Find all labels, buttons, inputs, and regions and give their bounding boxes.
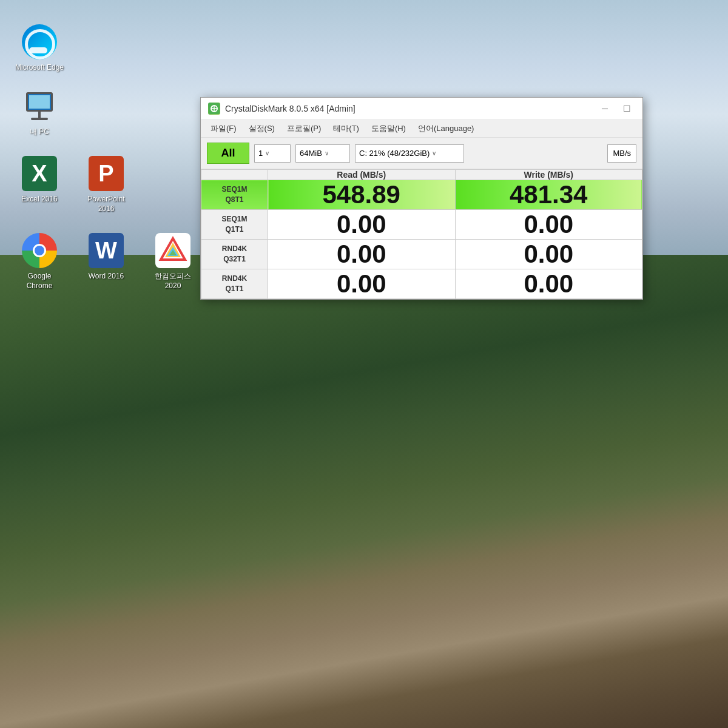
table-row: SEQ1MQ1T1 0.00 0.00 [201,210,642,240]
cdm-title-text: CrystalDiskMark 8.0.5 x64 [Admin] [225,104,356,113]
cdm-window-controls: ─ ☐ [596,103,635,115]
apps-icons-row: Google Chrome W Word 2016 한컴오피스 2020 [12,233,200,292]
powerpoint-app-icon: P [89,156,124,191]
word-app-icon: W [89,233,124,268]
menu-file[interactable]: 파일(F) [206,121,241,136]
count-dropdown[interactable]: 1 ∨ [254,144,291,163]
terrain-layer [0,255,728,728]
unit-box: MB/s [607,144,636,163]
excel-icon-item[interactable]: X Excel 2016 [12,156,67,206]
office-icons-row: X Excel 2016 P PowerPoint 2016 [12,156,200,215]
table-row: SEQ1MQ8T1 548.89 481.34 [201,180,642,210]
table-header-row: Read (MB/s) Write (MB/s) [201,170,642,180]
chrome-icon-label: Google Chrome [12,271,67,292]
pc-stand [38,112,41,118]
unit-value: MB/s [613,149,631,158]
edge-icon-label: Microsoft Edge [13,62,66,74]
minimize-button[interactable]: ─ [596,103,613,115]
cdm-menubar: 파일(F) 설정(S) 프로필(P) 테마(T) 도움말(H) 언어(Langu… [201,120,642,138]
col-label-header [201,170,268,180]
size-value: 64MiB [300,149,322,158]
powerpoint-icon-item[interactable]: P PowerPoint 2016 [79,156,133,215]
chrome-icon-item[interactable]: Google Chrome [12,233,67,292]
row-label-seq1m-q8t1: SEQ1MQ8T1 [201,180,268,210]
cdm-data-area: Read (MB/s) Write (MB/s) SEQ1MQ8T1 548.8… [201,169,642,299]
this-pc-icon-label: 내 PC [27,126,52,138]
cdm-toolbar: All 1 ∨ 64MiB ∨ C: 21% (48/232GiB) ∨ MB/… [201,138,642,169]
read-value-seq1m-q1t1: 0.00 [268,210,456,240]
drive-value: C: 21% (48/232GiB) [359,149,430,158]
table-body: SEQ1MQ8T1 548.89 481.34 SEQ1MQ1T1 0.00 0… [201,180,642,299]
edge-app-icon [22,24,57,59]
write-value-rnd4k-q1t1: 0.00 [455,269,642,299]
pc-base [31,118,48,120]
edge-icon-item[interactable]: Microsoft Edge [12,24,67,74]
size-dropdown[interactable]: 64MiB ∨ [295,144,350,163]
write-value-rnd4k-q32t1: 0.00 [455,240,642,269]
menu-theme[interactable]: 테마(T) [328,121,364,136]
all-button[interactable]: All [207,143,249,164]
row-label-rnd4k-q1t1: RND4KQ1T1 [201,269,268,299]
pc-monitor [26,92,53,112]
desktop-icons-area: Microsoft Edge 내 PC X Excel 2016 P Power… [12,24,200,292]
read-value-rnd4k-q1t1: 0.00 [268,269,456,299]
cdm-window: CrystalDiskMark 8.0.5 x64 [Admin] ─ ☐ 파일… [200,97,643,300]
col-read-header: Read (MB/s) [268,170,456,180]
row-label-rnd4k-q32t1: RND4KQ32T1 [201,240,268,269]
drive-dropdown[interactable]: C: 21% (48/232GiB) ∨ [355,144,464,163]
read-value-seq1m-q8t1: 548.89 [268,180,456,210]
cdm-titlebar: CrystalDiskMark 8.0.5 x64 [Admin] ─ ☐ [201,98,642,120]
table-row: RND4KQ1T1 0.00 0.00 [201,269,642,299]
drive-dropdown-arrow: ∨ [432,150,436,157]
word-icon-label: Word 2016 [86,271,126,283]
pc-screen [29,95,50,109]
cdm-app-icon [208,103,220,115]
hancom-app-icon [155,233,190,268]
size-dropdown-arrow: ∨ [325,150,329,157]
menu-profile[interactable]: 프로필(P) [282,121,326,136]
count-value: 1 [258,149,263,158]
powerpoint-icon-label: PowerPoint 2016 [79,194,133,215]
menu-settings[interactable]: 설정(S) [244,121,280,136]
word-icon-item[interactable]: W Word 2016 [79,233,133,283]
write-value-seq1m-q8t1: 481.34 [455,180,642,210]
this-pc-icon-item[interactable]: 내 PC [12,92,67,138]
col-write-header: Write (MB/s) [455,170,642,180]
restore-button[interactable]: ☐ [618,103,635,115]
row-label-seq1m-q1t1: SEQ1MQ1T1 [201,210,268,240]
hancom-icon-label: 한컴오피스 2020 [146,271,200,292]
menu-language[interactable]: 언어(Language) [413,121,479,136]
pc-app-icon [22,92,57,124]
cdm-title-left: CrystalDiskMark 8.0.5 x64 [Admin] [208,103,356,115]
count-dropdown-arrow: ∨ [265,150,269,157]
read-value-rnd4k-q32t1: 0.00 [268,240,456,269]
excel-app-icon: X [22,156,57,191]
hancom-icon-item[interactable]: 한컴오피스 2020 [146,233,200,292]
menu-help[interactable]: 도움말(H) [366,121,411,136]
cdm-table: Read (MB/s) Write (MB/s) SEQ1MQ8T1 548.8… [201,169,642,299]
table-row: RND4KQ32T1 0.00 0.00 [201,240,642,269]
write-value-seq1m-q1t1: 0.00 [455,210,642,240]
chrome-app-icon [22,233,57,268]
excel-icon-label: Excel 2016 [19,194,59,206]
